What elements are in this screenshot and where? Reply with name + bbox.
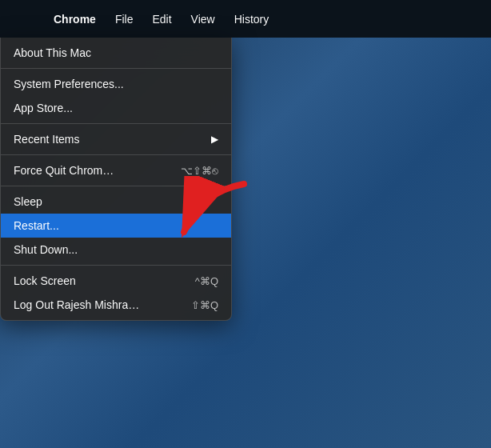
- menu-item-sleep[interactable]: Sleep: [1, 190, 231, 214]
- divider-3: [1, 154, 231, 155]
- menu-item-sleep-label: Sleep: [14, 195, 218, 208]
- menubar-item-edit[interactable]: Edit: [142, 0, 181, 38]
- menu-item-about[interactable]: About This Mac: [1, 41, 231, 65]
- menubar-item-history[interactable]: History: [225, 0, 279, 38]
- menu-item-recent-items[interactable]: Recent Items ▶: [1, 127, 231, 151]
- menubar: Chrome File Edit View History: [0, 0, 491, 38]
- menu-item-shut-down-label: Shut Down...: [14, 243, 218, 256]
- menu-item-app-store-label: App Store...: [14, 102, 218, 114]
- menu-item-about-label: About This Mac: [14, 46, 218, 59]
- menu-item-force-quit-shortcut: ⌥⇧⌘⎋: [181, 165, 218, 177]
- menu-item-log-out-label: Log Out Rajesh Mishra…: [14, 298, 175, 311]
- menu-item-lock-screen-label: Lock Screen: [14, 274, 179, 287]
- menu-item-restart-label: Restart...: [14, 219, 218, 232]
- menu-item-force-quit[interactable]: Force Quit Chrom… ⌥⇧⌘⎋: [1, 158, 231, 182]
- menubar-item-chrome[interactable]: Chrome: [44, 0, 106, 38]
- divider-1: [1, 68, 231, 69]
- menu-item-lock-screen-shortcut: ^⌘Q: [195, 275, 218, 287]
- divider-2: [1, 123, 231, 124]
- divider-4: [1, 186, 231, 186]
- menu-item-shut-down[interactable]: Shut Down...: [1, 238, 231, 262]
- menu-item-app-store[interactable]: App Store...: [1, 96, 231, 120]
- submenu-arrow-icon: ▶: [211, 134, 218, 145]
- menu-item-log-out-shortcut: ⇧⌘Q: [191, 299, 218, 311]
- divider-5: [1, 265, 231, 266]
- menu-item-system-prefs[interactable]: System Preferences...: [1, 72, 231, 96]
- menu-item-recent-items-label: Recent Items: [14, 133, 195, 146]
- menu-item-system-prefs-label: System Preferences...: [14, 78, 218, 90]
- apple-dropdown-menu: About This Mac System Preferences... App…: [0, 38, 232, 321]
- menu-item-force-quit-label: Force Quit Chrom…: [14, 164, 165, 177]
- apple-menu-button[interactable]: [0, 0, 44, 38]
- menu-item-log-out[interactable]: Log Out Rajesh Mishra… ⇧⌘Q: [1, 293, 231, 317]
- menu-item-restart[interactable]: Restart...: [1, 214, 231, 238]
- menu-item-lock-screen[interactable]: Lock Screen ^⌘Q: [1, 269, 231, 293]
- menubar-item-view[interactable]: View: [182, 0, 225, 38]
- menubar-item-file[interactable]: File: [106, 0, 143, 38]
